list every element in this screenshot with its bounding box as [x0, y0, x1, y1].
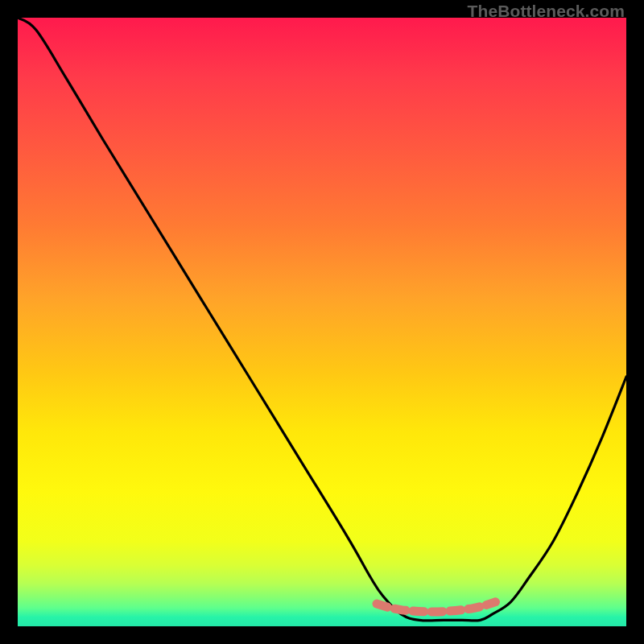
optimal-band-curve — [377, 602, 496, 612]
bottleneck-curve — [18, 18, 626, 621]
chart-frame — [18, 18, 626, 626]
curve-svg — [18, 18, 626, 626]
plot-area — [18, 18, 626, 626]
